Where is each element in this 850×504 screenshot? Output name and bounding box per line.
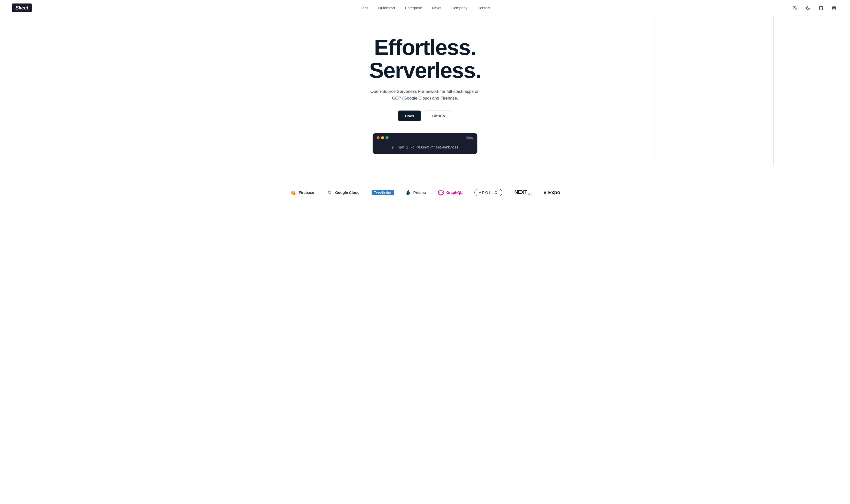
logos-section: Firebase Google Cloud TypeScript Prisma — [0, 179, 850, 216]
brand-logo[interactable]: Skeet — [12, 3, 32, 12]
prisma-label: Prisma — [413, 191, 426, 195]
navbar: Skeet Docs Quickstart Enterprise News Co… — [0, 0, 850, 16]
nav-icons — [791, 4, 838, 12]
hero-title: Effortless. Serverless. — [369, 36, 481, 82]
translate-icon[interactable] — [791, 4, 799, 12]
graphql-label: GraphQL — [446, 191, 463, 195]
terminal: Copy $ npm i -g @skeet-framework/cli — [373, 133, 477, 154]
docs-button[interactable]: Docs — [398, 110, 421, 121]
discord-icon[interactable] — [830, 4, 838, 12]
terminal-prompt: $ — [392, 145, 394, 149]
logo-googlecloud[interactable]: Google Cloud — [326, 190, 360, 195]
hero-buttons: Docs GitHub — [398, 110, 452, 121]
nav-item-contact[interactable]: Contact — [477, 6, 490, 10]
nav-item-quickstart[interactable]: Quickstart — [378, 6, 395, 10]
nav-item-docs[interactable]: Docs — [360, 6, 368, 10]
copy-button[interactable]: Copy — [466, 136, 473, 140]
dot-green — [385, 136, 388, 139]
terminal-dots — [377, 136, 388, 139]
nav-item-company[interactable]: Company — [451, 6, 467, 10]
github-icon[interactable] — [817, 4, 825, 12]
nav-links: Docs Quickstart Enterprise News Company … — [360, 6, 490, 10]
nav-item-news[interactable]: News — [432, 6, 441, 10]
logo-apollo[interactable]: APOLLO — [474, 189, 502, 196]
logo-typescript[interactable]: TypeScript — [372, 190, 394, 195]
apollo-label: APOLLO — [474, 189, 502, 196]
dot-red — [377, 136, 380, 139]
expo-chevron-icon: ∧ — [543, 190, 546, 195]
expo-label: Expo — [548, 190, 560, 195]
firebase-label: Firebase — [299, 191, 314, 195]
hero-subtitle: Open-Source Serverless Framework for ful… — [370, 88, 480, 102]
dot-yellow — [381, 136, 384, 139]
googlecloud-label: Google Cloud — [335, 191, 360, 195]
github-button[interactable]: GitHub — [425, 110, 452, 121]
dark-mode-icon[interactable] — [804, 4, 812, 12]
logo-prisma[interactable]: Prisma — [406, 189, 426, 196]
nextjs-label: NEXT.JS — [514, 190, 531, 196]
logo-firebase[interactable]: Firebase — [290, 189, 314, 196]
typescript-badge: TypeScript — [372, 190, 394, 195]
logo-nextjs[interactable]: NEXT.JS — [514, 190, 531, 196]
terminal-header: Copy — [373, 133, 477, 142]
hero-section: Effortless. Serverless. Open-Source Serv… — [0, 16, 850, 179]
terminal-body: $ npm i -g @skeet-framework/cli — [373, 142, 477, 154]
nav-item-enterprise[interactable]: Enterprise — [405, 6, 422, 10]
logo-graphql[interactable]: GraphQL — [438, 190, 463, 196]
logo-expo[interactable]: ∧ Expo — [543, 190, 560, 195]
terminal-command: npm i -g @skeet-framework/cli — [398, 145, 459, 149]
